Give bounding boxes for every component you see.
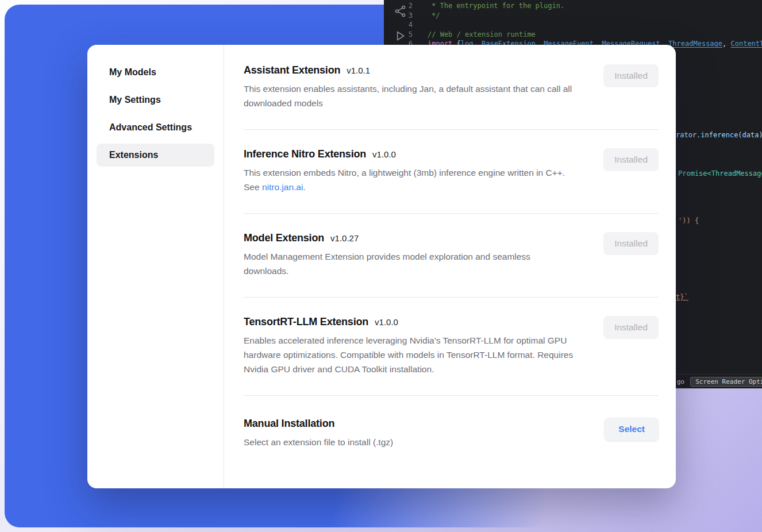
extensions-panel: Assistant Extension v1.0.1 This extensio… <box>224 45 676 488</box>
code-line: 5// Web / extension runtime <box>384 30 762 40</box>
sidebar-item-my-settings[interactable]: My Settings <box>97 88 214 111</box>
settings-sidebar: My Models My Settings Advanced Settings … <box>87 45 224 488</box>
line-number: 3 <box>384 11 428 21</box>
nitro-jan-ai-link[interactable]: nitro.jan.ai. <box>262 182 306 192</box>
extension-version: v1.0.0 <box>375 317 398 327</box>
code-fragment: rator.inference(data)); <box>676 131 762 139</box>
screen-reader-status-chip: Screen Reader Optimize <box>690 377 762 387</box>
code-line: 3*/ <box>384 11 762 21</box>
installed-button[interactable]: Installed <box>603 232 659 255</box>
code-fragment: Promise<ThreadMessage> <box>678 169 762 178</box>
code-lines: 2* The entrypoint for the plugin. 3*/ 4 … <box>384 1 762 49</box>
import-identifier: ContentType <box>730 40 762 48</box>
extension-description: This extension embeds Nitro, a lightweig… <box>244 165 576 194</box>
line-number: 4 <box>384 20 428 30</box>
code-line-text: // Web / extension runtime <box>428 30 762 40</box>
extension-title: Model Extension <box>244 232 324 244</box>
sidebar-item-my-models[interactable]: My Models <box>97 61 214 84</box>
extension-description: Enables accelerated inference leveraging… <box>244 333 576 376</box>
code-fragment: ')) { <box>678 217 699 225</box>
line-number: 5 <box>384 30 428 40</box>
extension-version: v1.0.0 <box>372 149 396 159</box>
extension-title: TensortRT-LLM Extension <box>244 316 368 328</box>
code-line: 4 <box>384 20 762 30</box>
sidebar-item-advanced-settings[interactable]: Advanced Settings <box>97 116 214 139</box>
code-fragment: t}` <box>676 293 688 301</box>
extension-row-tensorrt-llm: TensortRT-LLM Extension v1.0.0 Enables a… <box>244 298 659 396</box>
separator: , <box>722 40 730 48</box>
installed-button[interactable]: Installed <box>603 148 659 171</box>
extension-description: Model Management Extension provides mode… <box>244 249 576 278</box>
extension-title: Inference Nitro Extension <box>244 148 366 160</box>
sidebar-item-extensions[interactable]: Extensions <box>97 144 214 167</box>
extension-title: Assistant Extension <box>244 64 340 76</box>
extension-row-inference-nitro: Inference Nitro Extension v1.0.0 This ex… <box>244 130 659 214</box>
settings-modal: My Models My Settings Advanced Settings … <box>87 45 676 488</box>
extension-version: v1.0.1 <box>347 65 370 75</box>
extension-row-assistant: Assistant Extension v1.0.1 This extensio… <box>244 64 659 130</box>
manual-installation-title: Manual Installation <box>244 418 334 430</box>
code-line-text: */ <box>428 11 762 21</box>
import-identifier: ThreadMessage <box>668 40 722 48</box>
extension-description: This extension enables assistants, inclu… <box>244 82 576 110</box>
code-line-text <box>428 20 762 30</box>
code-line-text: * The entrypoint for the plugin. <box>428 1 762 11</box>
code-line: 2* The entrypoint for the plugin. <box>384 1 762 11</box>
manual-installation-row: Manual Installation Select an extension … <box>244 396 659 468</box>
extension-row-model: Model Extension v1.0.27 Model Management… <box>244 214 659 298</box>
line-number: 2 <box>384 1 428 11</box>
manual-installation-description: Select an extension file to install (.tg… <box>244 435 393 449</box>
status-language-label: go <box>677 378 684 385</box>
installed-button[interactable]: Installed <box>603 64 659 87</box>
installed-button[interactable]: Installed <box>603 316 659 339</box>
extension-version: v1.0.27 <box>330 233 359 243</box>
select-button[interactable]: Select <box>605 418 659 441</box>
